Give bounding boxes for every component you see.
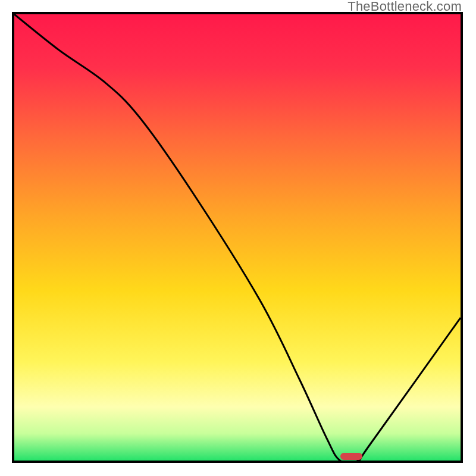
bottleneck-curve-line: [14, 14, 461, 461]
optimal-point-marker: [340, 453, 363, 460]
plot-area: [12, 12, 463, 463]
bottleneck-chart: TheBottleneck.com: [0, 0, 476, 476]
